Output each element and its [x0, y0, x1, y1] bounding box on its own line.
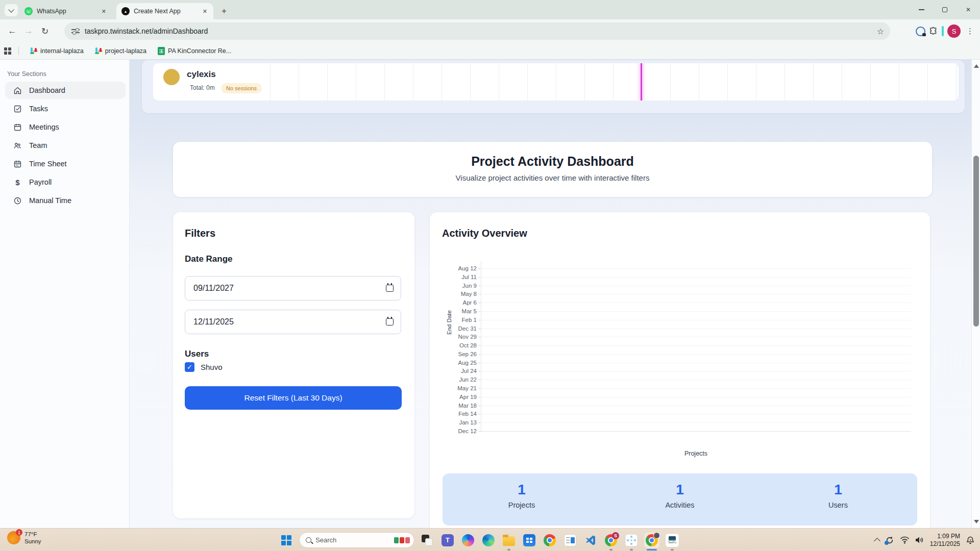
- sidebar-item-dashboard[interactable]: Dashboard: [5, 82, 126, 99]
- end-date-input[interactable]: 12/11/2025: [185, 310, 401, 334]
- microsoft-store-button[interactable]: [522, 533, 537, 548]
- y-gridline: [481, 268, 911, 269]
- taskbar: 1 77°F Sunny Search T S: [0, 528, 980, 551]
- scrollbar-thumb[interactable]: [973, 156, 979, 327]
- forward-button[interactable]: →: [20, 23, 37, 39]
- user-checkbox[interactable]: ✓: [185, 362, 194, 372]
- sidebar-item-label: Time Sheet: [29, 160, 67, 168]
- close-icon[interactable]: ✕: [202, 7, 208, 16]
- minimize-icon: [919, 9, 924, 10]
- bookmark-project-laplaza[interactable]: project-laplaza: [91, 45, 151, 57]
- maximize-button[interactable]: [933, 0, 957, 19]
- taskpro-app-button[interactable]: TaskPro: [665, 533, 680, 548]
- taskpro-icon: TaskPro: [665, 533, 679, 547]
- stat-label: Users: [759, 501, 917, 509]
- minimize-button[interactable]: [910, 0, 933, 19]
- weather-temp: 77°F: [24, 531, 41, 538]
- y-tick-label: Apr 6: [441, 299, 477, 306]
- teams-button[interactable]: T: [440, 533, 455, 548]
- utility-app-button[interactable]: [624, 533, 639, 548]
- chrome-profile2-button[interactable]: S: [603, 533, 619, 548]
- sidebar-item-meetings[interactable]: Meetings: [5, 118, 126, 136]
- new-tab-button[interactable]: +: [217, 5, 231, 18]
- y-tick-label: May 21: [441, 385, 477, 391]
- weather-sun-icon: 1: [7, 531, 20, 544]
- y-gridline: [481, 414, 911, 414]
- calendar-picker-icon[interactable]: [386, 318, 394, 325]
- search-placeholder: Search: [315, 536, 390, 544]
- extensions-icon[interactable]: [929, 27, 938, 36]
- apps-grid-icon[interactable]: [4, 47, 11, 55]
- bookmark-internal-laplaza[interactable]: internal-laplaza: [26, 45, 88, 57]
- notification-bell-icon[interactable]: z: [966, 536, 975, 545]
- task-view-button[interactable]: [420, 533, 435, 548]
- reader-app-button[interactable]: [562, 533, 578, 548]
- back-button[interactable]: ←: [4, 23, 20, 39]
- end-date-value: 12/11/2025: [193, 317, 234, 327]
- chrome-button[interactable]: [542, 533, 557, 548]
- start-button[interactable]: [279, 533, 294, 548]
- copilot-button[interactable]: [460, 533, 476, 548]
- bookmark-pa-kinconnector[interactable]: PA KinConnector Re...: [154, 45, 235, 57]
- page-scrollbar[interactable]: [971, 60, 980, 528]
- file-explorer-button[interactable]: [501, 533, 517, 548]
- profile-avatar-mini: [653, 532, 660, 539]
- sidebar-item-tasks[interactable]: Tasks: [5, 100, 126, 117]
- y-gridline: [481, 286, 911, 286]
- pinned-extension-icon[interactable]: [942, 26, 944, 36]
- scroll-down-icon[interactable]: [974, 520, 979, 523]
- url-text[interactable]: taskpro.twinstack.net/adminDashboard: [85, 27, 877, 35]
- volume-icon[interactable]: [915, 536, 924, 544]
- timeline-user-row[interactable]: cylexis Total: 0m No sessions: [153, 63, 959, 101]
- stat-users: 1 Users: [759, 473, 917, 525]
- tray-chevron-up-icon[interactable]: [874, 538, 880, 544]
- chrome-active-button[interactable]: [644, 533, 659, 548]
- sidebar-item-manual-time[interactable]: Manual Time: [5, 192, 126, 209]
- edge-button[interactable]: [481, 533, 496, 548]
- browser-profile-avatar[interactable]: S: [947, 24, 961, 38]
- user-checkbox-label[interactable]: Shuvo: [201, 363, 223, 371]
- y-gridline: [481, 294, 911, 294]
- reset-filters-button[interactable]: Reset Filters (Last 30 Days): [185, 386, 402, 410]
- sidebar-item-team[interactable]: Team: [5, 137, 126, 154]
- weather-desc: Sunny: [24, 538, 41, 545]
- taskbar-weather[interactable]: 1 77°F Sunny: [7, 531, 41, 545]
- address-bar[interactable]: taskpro.twinstack.net/adminDashboard ☆: [64, 22, 890, 40]
- start-date-input[interactable]: 09/11/2027: [185, 276, 401, 300]
- update-status[interactable]: [885, 536, 894, 545]
- reload-button[interactable]: ↻: [37, 23, 53, 39]
- nextjs-icon: ▲: [121, 7, 130, 15]
- y-tick-label: Jul 11: [441, 274, 477, 280]
- x-axis-title: Projects: [430, 450, 962, 457]
- y-gridline: [481, 311, 911, 312]
- y-tick-label: Jun 9: [441, 283, 477, 289]
- scroll-up-icon[interactable]: [974, 64, 979, 68]
- taskbar-search[interactable]: Search: [299, 532, 414, 548]
- sidebar-item-payroll[interactable]: $ Payroll: [5, 173, 126, 191]
- y-gridline: [481, 388, 911, 389]
- profile-badge: S: [612, 532, 619, 539]
- y-tick-label: Feb 14: [441, 411, 477, 417]
- close-window-button[interactable]: ✕: [957, 0, 980, 19]
- site-info-icon[interactable]: [71, 28, 80, 34]
- notification-badge: 1: [16, 529, 22, 536]
- wifi-icon[interactable]: [900, 536, 910, 544]
- window-controls: ✕: [910, 0, 980, 19]
- chart-title: Activity Overview: [442, 228, 527, 239]
- y-tick-label: Aug 25: [441, 360, 477, 366]
- tab-whatsapp[interactable]: ☏ WhatsApp ✕: [19, 3, 112, 19]
- store-icon: [523, 534, 535, 546]
- bookmark-label: internal-laplaza: [40, 47, 84, 55]
- chevron-down-icon: [8, 7, 14, 12]
- password-manager-icon[interactable]: [916, 27, 925, 36]
- bookmark-star-icon[interactable]: ☆: [877, 27, 884, 36]
- windows-icon: [281, 535, 291, 545]
- browser-menu-icon[interactable]: ⋮: [964, 27, 976, 36]
- tab-search-button[interactable]: [5, 4, 18, 16]
- sidebar-item-time-sheet[interactable]: Time Sheet: [5, 155, 126, 172]
- taskbar-clock[interactable]: 1:09 PM 12/11/2025: [930, 533, 960, 548]
- tab-create-next-app[interactable]: ▲ Create Next App ✕: [116, 3, 213, 19]
- vscode-button[interactable]: [583, 533, 598, 548]
- calendar-picker-icon[interactable]: [386, 285, 394, 292]
- close-icon[interactable]: ✕: [101, 7, 107, 16]
